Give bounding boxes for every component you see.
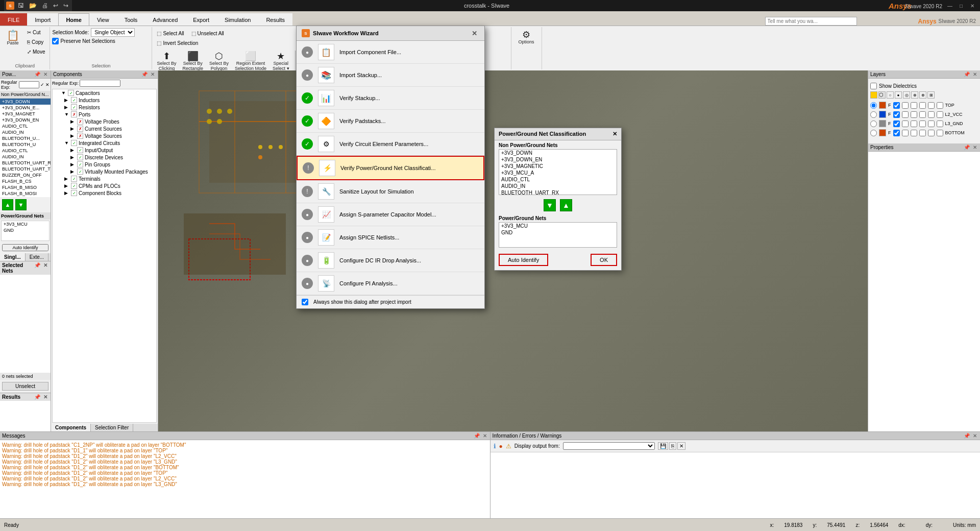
layer-bottom-c4[interactable] (928, 130, 935, 136)
layer-top-c4[interactable] (928, 102, 935, 109)
add-power-up-arrow[interactable]: ▲ (2, 199, 13, 210)
qat-open[interactable]: 📂 (28, 2, 38, 9)
layer-bottom-c5[interactable] (937, 130, 943, 136)
pgnd-ok-button[interactable]: OK (591, 254, 617, 266)
wizard-item-2[interactable]: ✓ 📊 Verify Stackup... (297, 87, 484, 110)
paste-button[interactable]: 📋 Paste (2, 28, 23, 47)
special-select-button[interactable]: ★ SpecialSelect ▾ (270, 50, 292, 73)
tree-pin-groups[interactable]: ▶ ✓ Pin Groups (53, 161, 156, 168)
tree-inductors[interactable]: ▶ ✓ Inductors (53, 96, 156, 104)
layer-bottom-vis[interactable] (893, 130, 900, 136)
minimize-button[interactable]: — (946, 2, 953, 9)
power-net-mcu[interactable]: +3V3_MCU (2, 221, 49, 227)
layer-l3-c5[interactable] (937, 120, 943, 127)
net-item-3[interactable]: +3V3_DOWN_EN (0, 117, 51, 123)
layer-top-c2[interactable] (911, 102, 917, 109)
display-output-select[interactable] (563, 442, 655, 450)
select-by-rectangle-button[interactable]: ⬛ Select ByRectangle (180, 50, 206, 73)
tree-ports[interactable]: ▼ ✗ Ports (53, 111, 156, 118)
info-close-icon[interactable]: ✕ (972, 433, 978, 439)
net-item-11[interactable]: BLUETOOTH_UART_TX (0, 166, 51, 172)
comp-close-icon[interactable]: ✕ (150, 71, 156, 77)
copy-button[interactable]: ⎘ Copy (24, 38, 47, 46)
info-clear-btn[interactable]: ✕ (677, 442, 685, 450)
wizard-item-8[interactable]: ● 📝 Assign SPICE Netlists... (297, 226, 484, 249)
layer-icon-6[interactable]: ⊕ (911, 91, 918, 99)
tree-vmp[interactable]: ▶ ✓ Virtually Mounted Packages (53, 168, 156, 175)
layer-icon-3[interactable]: ○ (887, 91, 894, 99)
close-panel-icon[interactable]: ✕ (42, 71, 48, 77)
layer-l2-vis[interactable] (893, 111, 900, 118)
wizard-item-6[interactable]: ! 🔧 Sanitize Layout for Simulation (297, 180, 484, 203)
pin-icon[interactable]: 📌 (33, 71, 41, 77)
tree-cpms[interactable]: ▶ ✓ CPMs and PLOCs (53, 182, 156, 189)
selected-nets-close[interactable]: ✕ (42, 262, 48, 274)
restore-button[interactable]: □ (958, 2, 965, 9)
comp-pin-icon[interactable]: 📌 (140, 71, 149, 77)
move-button[interactable]: ⤢ Move (24, 47, 47, 56)
preserve-net-checkbox-row[interactable]: Preserve Net Selections (52, 38, 115, 44)
wizard-close-button[interactable]: ✕ (470, 30, 479, 37)
tree-resistors[interactable]: ▶ ✓ Resistors (53, 104, 156, 111)
tree-comp-blocks[interactable]: ▶ ✓ Component Blocks (53, 189, 156, 197)
power-net-gnd[interactable]: GND (2, 227, 49, 233)
tab-components[interactable]: Components (51, 424, 91, 431)
pgnd-net-2[interactable]: +3V3_MAGNETIC (499, 163, 617, 170)
layer-l2-c1[interactable] (902, 111, 909, 118)
tree-voltage-sources[interactable]: ▶ ✗ Voltage Sources (53, 132, 156, 139)
layer-bottom-c1[interactable] (902, 130, 909, 136)
layer-l3-c3[interactable] (919, 120, 926, 127)
msg-pin-icon[interactable]: 📌 (473, 433, 481, 439)
layer-l2-c3[interactable] (919, 111, 926, 118)
layer-bottom-c2[interactable] (911, 130, 917, 136)
tab-view[interactable]: View (89, 13, 117, 26)
tab-results[interactable]: Results (258, 13, 292, 26)
regexp-check[interactable]: ✓ (40, 82, 44, 87)
pgnd-net-3[interactable]: +3V3_MCU_A (499, 170, 617, 176)
layer-bottom-c3[interactable] (919, 130, 926, 136)
wizard-item-9[interactable]: ● 🔋 Configure DC IR Drop Analysis... (297, 249, 484, 272)
net-item-5[interactable]: AUDIO_IN (0, 129, 51, 135)
tab-home[interactable]: Home (58, 13, 89, 26)
pgnd-net-0[interactable]: +3V3_DOWN (499, 150, 617, 156)
wizard-item-0[interactable]: ● 📋 Import Component File... (297, 41, 484, 64)
layer-top-c1[interactable] (902, 102, 909, 109)
layer-l2-c4[interactable] (928, 111, 935, 118)
net-item-4[interactable]: AUDIO_CTL (0, 123, 51, 129)
selection-mode-select[interactable]: Single Object (91, 28, 135, 37)
preserve-net-checkbox[interactable] (52, 38, 59, 44)
net-item-14[interactable]: FLASH_B_MISO (0, 184, 51, 190)
pgnd-net-5[interactable]: AUDIO_IN (499, 183, 617, 189)
tree-discrete[interactable]: ▶ ✓ Discrete Devices (53, 154, 156, 161)
results-pin[interactable]: 📌 (33, 394, 41, 400)
results-close[interactable]: ✕ (42, 394, 48, 400)
wizard-item-7[interactable]: ● 📈 Assign S-parameter Capacitor Model..… (297, 203, 484, 226)
pgnd-auto-identify-button[interactable]: Auto Identify (499, 254, 548, 266)
region-extent-button[interactable]: ⬜ Region ExtentSelection Mode (232, 50, 269, 73)
layer-l3gnd-radio[interactable] (870, 120, 877, 127)
layer-top-radio[interactable] (870, 102, 877, 109)
net-item-12[interactable]: BUZZER_ON_OFF (0, 172, 51, 178)
wizard-item-5[interactable]: ! ⚡ Verify Power/Ground Net Classificati… (297, 156, 484, 180)
layer-icon-7[interactable]: ⊗ (919, 91, 926, 99)
pgnd-down-arrow[interactable]: ▼ (544, 199, 556, 211)
qat-redo[interactable]: ↪ (62, 2, 70, 9)
show-dielectrics-row[interactable]: Show Dielectrics (870, 81, 978, 91)
layer-l3-c2[interactable] (911, 120, 917, 127)
layer-l2vcc-radio[interactable] (870, 111, 877, 118)
tree-current-sources[interactable]: ▶ ✗ Current Sources (53, 125, 156, 132)
invert-selection-button[interactable]: ⬚ Invert Selection (154, 39, 201, 47)
pgnd-net-4[interactable]: AUDIO_CTL (499, 176, 617, 183)
layer-l2-c5[interactable] (937, 111, 943, 118)
qat-undo[interactable]: ↩ (52, 2, 60, 9)
pgnd-up-arrow[interactable]: ▲ (560, 199, 572, 211)
layer-l3-vis[interactable] (893, 120, 900, 127)
layer-icon-5[interactable]: ◎ (903, 91, 910, 99)
pgnd-non-power-list[interactable]: +3V3_DOWN +3V3_DOWN_EN +3V3_MAGNETIC +3V… (499, 149, 617, 195)
tab-tools[interactable]: Tools (117, 13, 145, 26)
tree-capacitors[interactable]: ▼ ✓ Capacitors (53, 89, 156, 96)
wizard-item-4[interactable]: ✓ ⚙ Verify Circuit Element Parameters... (297, 133, 484, 156)
ribbon-search-input[interactable] (765, 17, 857, 26)
tab-export[interactable]: Export (185, 13, 217, 26)
net-item-gnd[interactable]: +3V3_DOWN (0, 99, 51, 105)
